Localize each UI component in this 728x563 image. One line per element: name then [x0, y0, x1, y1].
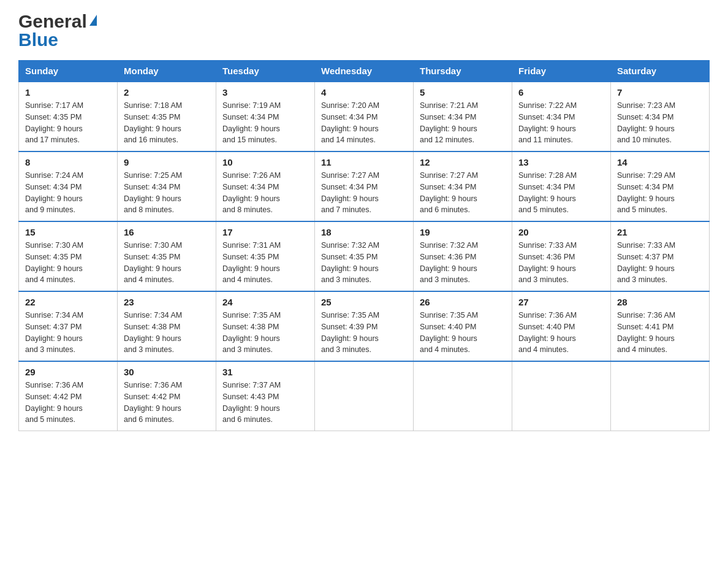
calendar-table: SundayMondayTuesdayWednesdayThursdayFrid… — [18, 60, 710, 431]
logo-general-text: General — [18, 12, 87, 31]
calendar-cell — [315, 361, 414, 431]
day-info: Sunrise: 7:22 AMSunset: 4:34 PMDaylight:… — [518, 100, 604, 146]
calendar-cell: 11Sunrise: 7:27 AMSunset: 4:34 PMDayligh… — [315, 151, 414, 221]
calendar-cell: 26Sunrise: 7:35 AMSunset: 4:40 PMDayligh… — [414, 291, 512, 361]
day-number: 13 — [518, 157, 604, 167]
calendar-cell: 13Sunrise: 7:28 AMSunset: 4:34 PMDayligh… — [512, 151, 611, 221]
weekday-header-friday: Friday — [512, 61, 611, 82]
logo-general-line: General — [18, 12, 97, 31]
calendar-cell: 25Sunrise: 7:35 AMSunset: 4:39 PMDayligh… — [315, 291, 414, 361]
calendar-week-row: 1Sunrise: 7:17 AMSunset: 4:35 PMDaylight… — [19, 82, 710, 151]
day-number: 7 — [617, 87, 703, 98]
weekday-header-monday: Monday — [118, 61, 216, 82]
day-info: Sunrise: 7:30 AMSunset: 4:35 PMDaylight:… — [25, 240, 111, 286]
calendar-cell: 1Sunrise: 7:17 AMSunset: 4:35 PMDaylight… — [19, 82, 118, 151]
calendar-cell: 12Sunrise: 7:27 AMSunset: 4:34 PMDayligh… — [414, 151, 512, 221]
calendar-week-row: 8Sunrise: 7:24 AMSunset: 4:34 PMDaylight… — [19, 151, 710, 221]
calendar-cell: 30Sunrise: 7:36 AMSunset: 4:42 PMDayligh… — [118, 361, 216, 431]
day-info: Sunrise: 7:36 AMSunset: 4:40 PMDaylight:… — [518, 310, 604, 356]
calendar-week-row: 29Sunrise: 7:36 AMSunset: 4:42 PMDayligh… — [19, 361, 710, 431]
day-number: 8 — [25, 157, 111, 167]
calendar-cell: 4Sunrise: 7:20 AMSunset: 4:34 PMDaylight… — [315, 82, 414, 151]
calendar-cell: 23Sunrise: 7:34 AMSunset: 4:38 PMDayligh… — [118, 291, 216, 361]
calendar-cell: 2Sunrise: 7:18 AMSunset: 4:35 PMDaylight… — [118, 82, 216, 151]
calendar-cell: 18Sunrise: 7:32 AMSunset: 4:35 PMDayligh… — [315, 221, 414, 291]
day-info: Sunrise: 7:28 AMSunset: 4:34 PMDaylight:… — [518, 170, 604, 216]
day-info: Sunrise: 7:25 AMSunset: 4:34 PMDaylight:… — [124, 170, 210, 216]
day-number: 6 — [518, 87, 604, 98]
calendar-cell: 3Sunrise: 7:19 AMSunset: 4:34 PMDaylight… — [216, 82, 315, 151]
day-number: 30 — [124, 367, 210, 377]
day-info: Sunrise: 7:24 AMSunset: 4:34 PMDaylight:… — [25, 170, 111, 216]
day-info: Sunrise: 7:19 AMSunset: 4:34 PMDaylight:… — [222, 100, 308, 146]
calendar-cell — [414, 361, 512, 431]
day-info: Sunrise: 7:36 AMSunset: 4:42 PMDaylight:… — [124, 380, 210, 426]
day-number: 29 — [25, 367, 111, 377]
calendar-cell: 24Sunrise: 7:35 AMSunset: 4:38 PMDayligh… — [216, 291, 315, 361]
calendar-cell: 27Sunrise: 7:36 AMSunset: 4:40 PMDayligh… — [512, 291, 611, 361]
day-info: Sunrise: 7:32 AMSunset: 4:36 PMDaylight:… — [420, 240, 506, 286]
logo: General Blue — [18, 12, 97, 49]
calendar-cell: 20Sunrise: 7:33 AMSunset: 4:36 PMDayligh… — [512, 221, 611, 291]
day-number: 11 — [321, 157, 407, 167]
day-info: Sunrise: 7:34 AMSunset: 4:37 PMDaylight:… — [25, 310, 111, 356]
calendar-cell: 9Sunrise: 7:25 AMSunset: 4:34 PMDaylight… — [118, 151, 216, 221]
day-info: Sunrise: 7:35 AMSunset: 4:38 PMDaylight:… — [222, 310, 308, 356]
day-info: Sunrise: 7:36 AMSunset: 4:41 PMDaylight:… — [617, 310, 703, 356]
calendar-cell: 28Sunrise: 7:36 AMSunset: 4:41 PMDayligh… — [611, 291, 710, 361]
day-number: 23 — [124, 297, 210, 307]
day-number: 31 — [222, 367, 308, 377]
day-number: 24 — [222, 297, 308, 307]
day-info: Sunrise: 7:21 AMSunset: 4:34 PMDaylight:… — [420, 100, 506, 146]
calendar-cell: 19Sunrise: 7:32 AMSunset: 4:36 PMDayligh… — [414, 221, 512, 291]
calendar-week-row: 15Sunrise: 7:30 AMSunset: 4:35 PMDayligh… — [19, 221, 710, 291]
day-info: Sunrise: 7:26 AMSunset: 4:34 PMDaylight:… — [222, 170, 308, 216]
weekday-header-thursday: Thursday — [414, 61, 512, 82]
calendar-cell: 6Sunrise: 7:22 AMSunset: 4:34 PMDaylight… — [512, 82, 611, 151]
day-number: 25 — [321, 297, 407, 307]
day-info: Sunrise: 7:33 AMSunset: 4:36 PMDaylight:… — [518, 240, 604, 286]
logo-triangle-icon — [89, 15, 97, 26]
day-number: 27 — [518, 297, 604, 307]
day-info: Sunrise: 7:30 AMSunset: 4:35 PMDaylight:… — [124, 240, 210, 286]
day-number: 9 — [124, 157, 210, 167]
day-info: Sunrise: 7:36 AMSunset: 4:42 PMDaylight:… — [25, 380, 111, 426]
day-number: 15 — [25, 227, 111, 237]
weekday-header-sunday: Sunday — [19, 61, 118, 82]
day-info: Sunrise: 7:32 AMSunset: 4:35 PMDaylight:… — [321, 240, 407, 286]
day-number: 21 — [617, 227, 703, 237]
calendar-cell: 15Sunrise: 7:30 AMSunset: 4:35 PMDayligh… — [19, 221, 118, 291]
day-number: 1 — [25, 87, 111, 98]
day-info: Sunrise: 7:18 AMSunset: 4:35 PMDaylight:… — [124, 100, 210, 146]
day-number: 10 — [222, 157, 308, 167]
day-info: Sunrise: 7:20 AMSunset: 4:34 PMDaylight:… — [321, 100, 407, 146]
logo-blue-text: Blue — [18, 31, 58, 49]
day-info: Sunrise: 7:27 AMSunset: 4:34 PMDaylight:… — [321, 170, 407, 216]
calendar-cell: 5Sunrise: 7:21 AMSunset: 4:34 PMDaylight… — [414, 82, 512, 151]
day-info: Sunrise: 7:34 AMSunset: 4:38 PMDaylight:… — [124, 310, 210, 356]
calendar-cell: 31Sunrise: 7:37 AMSunset: 4:43 PMDayligh… — [216, 361, 315, 431]
weekday-header-row: SundayMondayTuesdayWednesdayThursdayFrid… — [19, 61, 710, 82]
day-number: 4 — [321, 87, 407, 98]
day-info: Sunrise: 7:27 AMSunset: 4:34 PMDaylight:… — [420, 170, 506, 216]
weekday-header-saturday: Saturday — [611, 61, 710, 82]
calendar-cell: 8Sunrise: 7:24 AMSunset: 4:34 PMDaylight… — [19, 151, 118, 221]
day-number: 2 — [124, 87, 210, 98]
calendar-cell — [611, 361, 710, 431]
calendar-cell — [512, 361, 611, 431]
calendar-cell: 29Sunrise: 7:36 AMSunset: 4:42 PMDayligh… — [19, 361, 118, 431]
calendar-cell: 14Sunrise: 7:29 AMSunset: 4:34 PMDayligh… — [611, 151, 710, 221]
calendar-cell: 10Sunrise: 7:26 AMSunset: 4:34 PMDayligh… — [216, 151, 315, 221]
day-number: 18 — [321, 227, 407, 237]
day-number: 12 — [420, 157, 506, 167]
day-info: Sunrise: 7:33 AMSunset: 4:37 PMDaylight:… — [617, 240, 703, 286]
calendar-cell: 16Sunrise: 7:30 AMSunset: 4:35 PMDayligh… — [118, 221, 216, 291]
calendar-cell: 21Sunrise: 7:33 AMSunset: 4:37 PMDayligh… — [611, 221, 710, 291]
day-number: 19 — [420, 227, 506, 237]
day-number: 28 — [617, 297, 703, 307]
page-header: General Blue — [18, 12, 710, 49]
day-number: 22 — [25, 297, 111, 307]
weekday-header-tuesday: Tuesday — [216, 61, 315, 82]
day-info: Sunrise: 7:23 AMSunset: 4:34 PMDaylight:… — [617, 100, 703, 146]
calendar-cell: 17Sunrise: 7:31 AMSunset: 4:35 PMDayligh… — [216, 221, 315, 291]
